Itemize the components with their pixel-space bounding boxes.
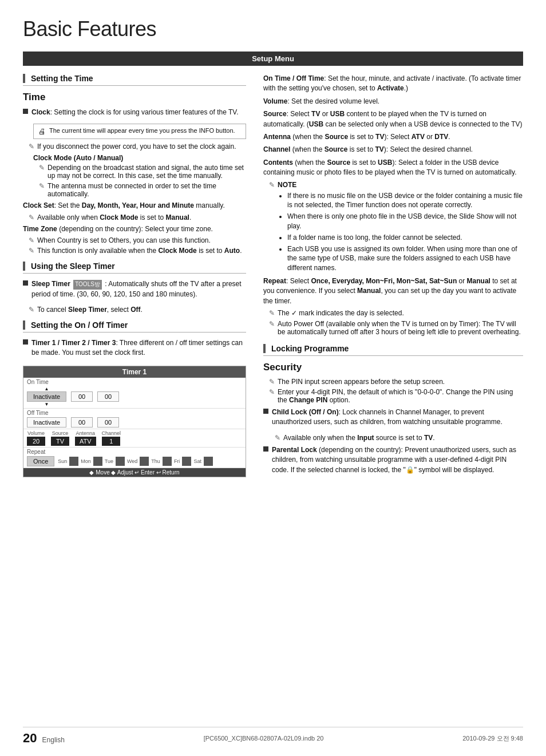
antenna-val: ATV bbox=[75, 437, 96, 446]
clock-mode-section: Clock Mode (Auto / Manual) Depending on … bbox=[23, 154, 246, 198]
bullet-square-4 bbox=[263, 409, 268, 414]
note-broadcast: Depending on the broadcast station and s… bbox=[33, 164, 246, 180]
time-subsection-title: Time bbox=[23, 92, 246, 103]
pencil-icon-5 bbox=[29, 236, 34, 244]
pencil-icon-check bbox=[269, 309, 275, 317]
pencil-icon-4 bbox=[29, 213, 34, 221]
on-time-label: On Time bbox=[23, 378, 246, 385]
day-sat[interactable] bbox=[204, 457, 213, 466]
accent-bar-2 bbox=[23, 262, 25, 271]
pencil-icon-note bbox=[269, 181, 275, 189]
sleep-timer-bullet-block: Sleep Timer TOOLS방 : Automatically shuts… bbox=[23, 279, 246, 302]
note-country-others: When Country is set to Others, you can u… bbox=[23, 236, 246, 244]
repeat-row: Once Sun Mon Tue Wed Thu Fri Sat bbox=[23, 455, 246, 468]
pencil-icon-3 bbox=[39, 182, 45, 190]
antenna-label: Antenna bbox=[76, 430, 96, 436]
note-item-1: If there is no music file on the USB dev… bbox=[287, 191, 523, 211]
off-time-inactivate[interactable]: Inactivate bbox=[27, 417, 66, 428]
footer-file: [PC6500_XC]BN68-02807A-02L09.indb 20 bbox=[204, 735, 324, 742]
on-time-hour: 00 bbox=[71, 391, 93, 402]
on-time-inactivate[interactable]: Inactivate bbox=[27, 391, 66, 402]
timer-bullet-block: Timer 1 / Timer 2 / Timer 3: Three diffe… bbox=[23, 338, 246, 361]
check-mark-note: The ✓ mark indicates the day is selected… bbox=[263, 309, 523, 317]
auto-power-note: Auto Power Off (available only when the … bbox=[263, 320, 523, 336]
pencil-icon-6 bbox=[29, 247, 34, 255]
contents-text: Contents (when the Source is set to USB)… bbox=[263, 158, 523, 178]
accent-bar-4 bbox=[263, 344, 266, 353]
on-time-min: 00 bbox=[97, 391, 119, 402]
clock-text: Clock: Setting the clock is for using va… bbox=[31, 108, 239, 117]
bullet-square bbox=[23, 109, 28, 114]
source-label: Source bbox=[52, 430, 69, 436]
volume-val: 20 bbox=[27, 437, 45, 446]
off-time-label: Off Time bbox=[23, 409, 246, 416]
clock-bullet-block: Clock: Setting the clock is for using va… bbox=[23, 108, 246, 120]
info-icon: 🖨 bbox=[38, 127, 46, 136]
timer-table: Timer 1 On Time ▲ Inactivate ▼ 00 00 Off… bbox=[23, 366, 246, 477]
parental-lock-bullet: Parental Lock (depending on the country)… bbox=[263, 445, 523, 478]
antenna-text: Antenna (when the Source is set to TV): … bbox=[263, 132, 523, 142]
pencil-icon-auto bbox=[269, 320, 275, 328]
bullet-square-5 bbox=[263, 446, 268, 452]
security-note1: The PIN input screen appears before the … bbox=[263, 378, 523, 386]
clock-mode-title: Clock Mode (Auto / Manual) bbox=[33, 154, 246, 162]
day-fri[interactable] bbox=[182, 457, 191, 466]
day-wed[interactable] bbox=[140, 457, 149, 466]
channel-label: Channel bbox=[102, 430, 121, 436]
child-lock-note: Available only when the Input source is … bbox=[263, 434, 523, 442]
tools-badge: TOOLS방 bbox=[73, 280, 102, 290]
day-sun[interactable] bbox=[69, 457, 78, 466]
accent-bar bbox=[23, 74, 25, 83]
source-text: Source: Select TV or USB content to be p… bbox=[263, 109, 523, 129]
source-val: TV bbox=[51, 437, 69, 446]
sleep-timer-text: Sleep Timer TOOLS방 : Automatically shuts… bbox=[31, 279, 246, 299]
note-list: If there is no music file on the USB dev… bbox=[263, 191, 523, 273]
setup-menu-bar: Setup Menu bbox=[23, 52, 523, 66]
page-number-block: 20 English bbox=[23, 731, 65, 746]
time-zone-text: Time Zone (depending on the country): Se… bbox=[23, 224, 246, 234]
note-available-only: Available only when Clock Mode is set to… bbox=[23, 213, 246, 221]
note-item-4: Each USB you use is assigned its own fol… bbox=[287, 244, 523, 273]
pencil-icon-pin bbox=[269, 378, 275, 386]
timer-nav-bar: ◆ Move ◆ Adjust ↵ Enter ↩ Return bbox=[23, 468, 246, 477]
on-time-row: ▲ Inactivate ▼ 00 00 bbox=[23, 385, 246, 409]
page-footer: 20 English [PC6500_XC]BN68-02807A-02L09.… bbox=[23, 727, 523, 746]
on-off-time-text: On Time / Off Time: Set the hour, minute… bbox=[263, 74, 523, 94]
volume-text: Volume: Set the desired volume level. bbox=[263, 97, 523, 106]
accent-bar-3 bbox=[23, 320, 25, 330]
repeat-days: Sun Mon Tue Wed Thu Fri Sat bbox=[58, 457, 213, 466]
note-antenna: The antenna must be connected in order t… bbox=[33, 182, 246, 198]
day-tue[interactable] bbox=[116, 457, 125, 466]
note-cancel-sleep: To cancel Sleep Timer, select Off. bbox=[23, 306, 246, 314]
section-on-off-timer-heading: Setting the On / Off Timer bbox=[23, 320, 246, 333]
volume-label: Volume bbox=[27, 430, 45, 436]
security-subsection-title: Security bbox=[263, 362, 523, 373]
footer-date: 2010-09-29 오전 9:48 bbox=[462, 734, 523, 743]
off-time-row: Inactivate 00 00 bbox=[23, 416, 246, 429]
bullet-square-3 bbox=[23, 339, 28, 345]
section-locking-heading: Locking Programme bbox=[263, 344, 523, 356]
repeat-once[interactable]: Once bbox=[27, 456, 54, 466]
security-note2: Enter your 4-digit PIN, the default of w… bbox=[263, 388, 523, 404]
child-lock-bullet: Child Lock (Off / On): Lock channels in … bbox=[263, 407, 523, 430]
right-column: On Time / Off Time: Set the hour, minute… bbox=[263, 74, 523, 482]
left-column: Setting the Time Time Clock: Setting the… bbox=[23, 74, 246, 482]
pencil-icon-7 bbox=[29, 306, 34, 314]
note-item-3: If a folder name is too long, the folder… bbox=[287, 233, 523, 243]
bullet-square-2 bbox=[23, 280, 28, 286]
section-setting-time-heading: Setting the Time bbox=[23, 74, 246, 86]
pencil-icon-1 bbox=[29, 143, 34, 151]
note-item-2: When there is only one photo file in the… bbox=[287, 212, 523, 231]
channel-text: Channel (when the Source is set to TV): … bbox=[263, 145, 523, 155]
day-thu[interactable] bbox=[163, 457, 172, 466]
channel-val: 1 bbox=[102, 437, 120, 446]
vsac-row: Volume 20 Source TV Antenna ATV Channel … bbox=[23, 429, 246, 448]
day-mon[interactable] bbox=[93, 457, 102, 466]
timer-table-title: Timer 1 bbox=[23, 366, 246, 378]
info-box: 🖨 The current time will appear every tim… bbox=[33, 124, 246, 139]
pencil-icon-child bbox=[275, 434, 280, 442]
note-disconnect: If you disconnect the power cord, you ha… bbox=[23, 143, 246, 151]
section-sleep-timer-heading: Using the Sleep Timer bbox=[23, 262, 246, 274]
note-function-available: This function is only available when the… bbox=[23, 247, 246, 255]
note-section-label: NOTE bbox=[263, 181, 523, 189]
